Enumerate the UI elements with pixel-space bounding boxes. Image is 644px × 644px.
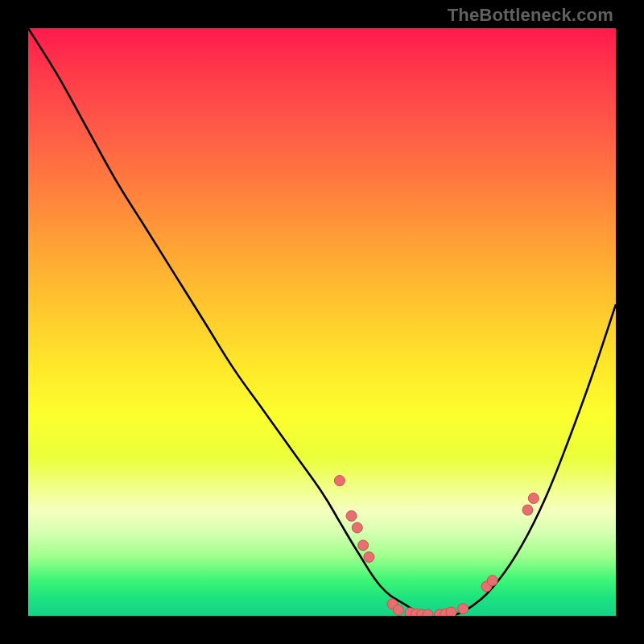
data-marker (423, 609, 433, 616)
plot-area (28, 28, 616, 616)
data-marker (358, 540, 369, 551)
data-marker (458, 604, 469, 614)
data-marker (346, 510, 357, 521)
data-marker (352, 522, 362, 533)
bottleneck-curve-path (28, 28, 616, 616)
data-marker (446, 607, 456, 616)
data-marker (393, 605, 403, 615)
chart-frame: TheBottleneck.com (0, 0, 644, 644)
data-marker (522, 505, 533, 515)
attribution-label: TheBottleneck.com (448, 5, 613, 26)
marker-group (334, 476, 539, 616)
data-marker (528, 493, 539, 504)
data-marker (364, 552, 374, 563)
data-marker (334, 476, 345, 486)
data-marker (487, 576, 497, 586)
curve-layer (28, 28, 616, 616)
